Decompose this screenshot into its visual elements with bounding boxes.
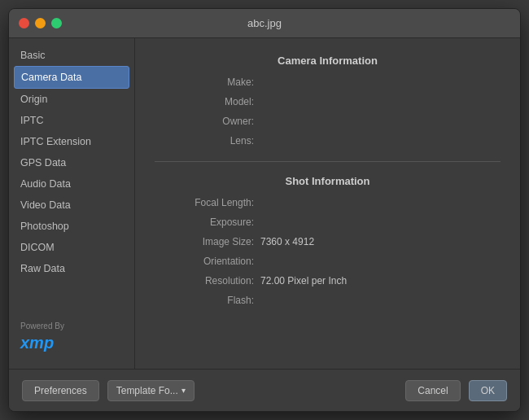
resolution-label: Resolution: [155, 275, 260, 287]
close-button[interactable] [19, 18, 29, 28]
model-label: Model: [155, 96, 260, 107]
main-window: abc.jpg Basic Camera Data Origin IPTC IP… [8, 8, 521, 412]
table-row: Make: [155, 77, 501, 88]
sidebar: Basic Camera Data Origin IPTC IPTC Exten… [9, 38, 135, 369]
section-divider [155, 161, 501, 162]
sidebar-item-video-data[interactable]: Video Data [9, 195, 134, 216]
window-title: abc.jpg [247, 17, 282, 29]
orientation-label: Orientation: [155, 256, 260, 267]
cancel-button[interactable]: Cancel [405, 380, 460, 401]
shot-section-header: Shot Information [155, 175, 501, 187]
camera-section-header: Camera Information [155, 55, 501, 67]
ok-button[interactable]: OK [469, 380, 507, 401]
main-content: Basic Camera Data Origin IPTC IPTC Exten… [9, 38, 520, 369]
table-row: Flash: [155, 295, 501, 306]
sidebar-item-gps-data[interactable]: GPS Data [9, 152, 134, 173]
xmp-logo: xmp [20, 334, 123, 352]
preferences-button[interactable]: Preferences [22, 380, 99, 401]
titlebar: abc.jpg [9, 9, 520, 38]
minimize-button[interactable] [35, 18, 46, 28]
sidebar-item-dicom[interactable]: DICOM [9, 237, 134, 258]
table-row: Focal Length: [155, 197, 501, 208]
image-size-value: 7360 x 4912 [260, 236, 501, 247]
table-row: Image Size: 7360 x 4912 [155, 236, 501, 247]
sidebar-item-audio-data[interactable]: Audio Data [9, 173, 134, 195]
table-row: Resolution: 72.00 Pixel per Inch [155, 275, 501, 287]
sidebar-item-iptc[interactable]: IPTC [9, 110, 134, 131]
table-row: Owner: [155, 116, 501, 127]
flash-label: Flash: [155, 295, 260, 306]
sidebar-item-iptc-extension[interactable]: IPTC Extension [9, 131, 134, 152]
make-label: Make: [155, 77, 260, 88]
table-row: Exposure: [155, 217, 501, 228]
sidebar-item-basic[interactable]: Basic [9, 45, 134, 66]
lens-label: Lens: [155, 135, 260, 147]
table-row: Model: [155, 96, 501, 107]
sidebar-footer: Powered By xmp [9, 312, 134, 362]
sidebar-item-raw-data[interactable]: Raw Data [9, 258, 134, 279]
table-row: Lens: [155, 135, 501, 147]
bottom-bar: Preferences Template Fo... ▾ Cancel OK [9, 369, 520, 411]
camera-info-table: Make: Model: Owner: Lens: [155, 77, 501, 147]
image-size-label: Image Size: [155, 236, 260, 247]
window-controls [19, 18, 62, 28]
sidebar-item-camera-data[interactable]: Camera Data [14, 66, 129, 89]
maximize-button[interactable] [51, 18, 62, 28]
owner-label: Owner: [155, 116, 260, 127]
right-panel: Camera Information Make: Model: Owner: L… [135, 38, 520, 369]
template-dropdown[interactable]: Template Fo... ▾ [107, 380, 195, 401]
powered-by-label: Powered By [20, 322, 123, 330]
exposure-label: Exposure: [155, 217, 260, 228]
template-label: Template Fo... [116, 385, 178, 396]
sidebar-item-origin[interactable]: Origin [9, 89, 134, 110]
shot-info-table: Focal Length: Exposure: Image Size: 7360… [155, 197, 501, 306]
sidebar-item-photoshop[interactable]: Photoshop [9, 216, 134, 237]
chevron-down-icon: ▾ [181, 386, 186, 395]
resolution-value: 72.00 Pixel per Inch [260, 275, 501, 287]
table-row: Orientation: [155, 256, 501, 267]
focal-length-label: Focal Length: [155, 197, 260, 208]
